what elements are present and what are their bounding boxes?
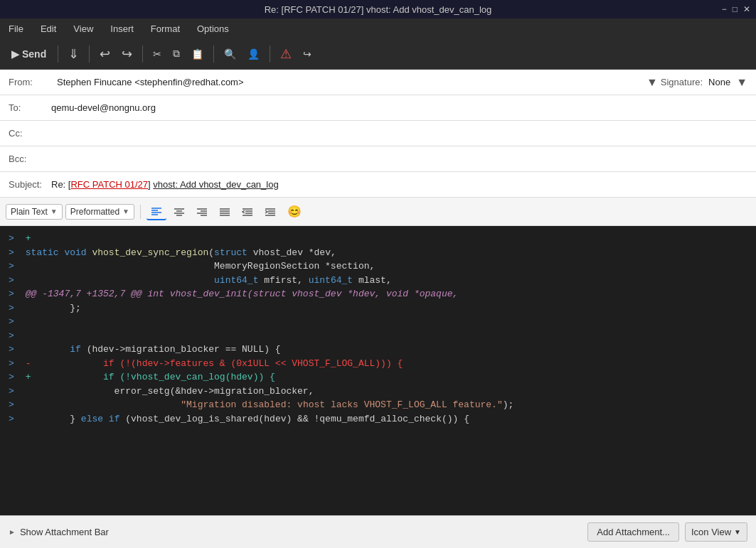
toolbar-separator-5 — [270, 45, 270, 63]
code-line-5: > @@ -1347,7 +1352,7 @@ int vhost_dev_in… — [9, 287, 747, 301]
send-label: Send — [22, 48, 46, 60]
text-format-arrow-icon: ▼ — [50, 208, 58, 215]
align-center-button[interactable] — [169, 204, 189, 220]
addressbook-button[interactable]: 👤 — [243, 45, 264, 63]
menu-insert[interactable]: Insert — [107, 22, 137, 36]
vhost-link[interactable]: vhost: Add vhost_dev_can_log — [153, 179, 278, 190]
align-right-icon — [196, 206, 208, 217]
code-line-11: > + if (!vhost_dev_can_log(hdev)) { — [9, 370, 747, 385]
cc-field: Cc: — [0, 121, 756, 146]
format-toolbar: Plain Text ▼ Preformatted ▼ — [0, 198, 756, 226]
code-line-10: > - if (!(hdev->features & (0x1ULL << VH… — [9, 357, 747, 371]
cc-input[interactable] — [51, 128, 747, 139]
cut-button[interactable]: ✂ — [149, 45, 166, 63]
menu-view[interactable]: View — [70, 22, 96, 36]
bottom-right-actions: Add Attachment... Icon View ▼ — [587, 522, 747, 542]
code-line-6: > }; — [9, 301, 747, 316]
undo-button[interactable]: ↩ — [95, 43, 115, 65]
show-attachment-arrow-icon: ► — [9, 528, 16, 536]
format-separator-1 — [140, 205, 141, 219]
menu-bar: File Edit View Insert Format Options — [0, 18, 756, 38]
title-bar: Re: [RFC PATCH 01/27] vhost: Add vhost_d… — [0, 0, 756, 18]
icon-view-button[interactable]: Icon View ▼ — [685, 522, 747, 542]
cc-label: Cc: — [9, 128, 51, 139]
bcc-label: Bcc: — [9, 154, 51, 164]
indent-icon — [265, 206, 276, 217]
signature-label: Signature: — [661, 77, 703, 87]
from-field: From: Stephen Finucane <stephenfin@redha… — [0, 70, 756, 95]
justify-icon — [219, 206, 230, 217]
signature-dropdown-icon[interactable]: ▼ — [736, 76, 747, 89]
code-line-4: > uint64_t mfirst, uint64_t mlast, — [9, 274, 747, 288]
search-button[interactable]: 🔍 — [220, 45, 240, 63]
menu-file[interactable]: File — [6, 22, 26, 36]
send-icon: ▶ — [11, 48, 19, 60]
window-title: Re: [RFC PATCH 01/27] vhost: Add vhost_d… — [265, 4, 492, 15]
paragraph-format-label: Preformatted — [70, 207, 119, 217]
show-attachment-label: Show Attachment Bar — [20, 527, 109, 537]
toolbar-separator-1 — [58, 45, 58, 63]
paste-button[interactable]: 📋 — [187, 45, 208, 63]
add-attachment-button[interactable]: Add Attachment... — [587, 522, 679, 542]
subject-field: Subject: Re: [RFC PATCH 01/27] vhost: Ad… — [0, 172, 756, 198]
copy-button[interactable]: ⧉ — [169, 45, 184, 63]
code-line-8: > — [9, 329, 747, 343]
signature-value: None — [708, 77, 730, 87]
code-line-7: > — [9, 315, 747, 329]
rfc-link[interactable]: RFC PATCH 01/27 — [70, 179, 148, 190]
menu-edit[interactable]: Edit — [38, 22, 59, 36]
code-line-9: > if (hdev->migration_blocker == NULL) { — [9, 343, 747, 357]
show-attachment-bar-button[interactable]: ► Show Attachment Bar — [9, 527, 109, 537]
icon-view-label: Icon View — [691, 527, 731, 537]
menu-options[interactable]: Options — [194, 22, 232, 36]
paragraph-format-arrow-icon: ▼ — [122, 208, 129, 215]
to-value[interactable]: qemu-devel@nongnu.org — [51, 100, 747, 116]
toolbar-separator-2 — [89, 45, 90, 63]
code-line-3: > MemoryRegionSection *section, — [9, 259, 747, 274]
text-format-dropdown[interactable]: Plain Text ▼ — [6, 204, 63, 220]
align-right-button[interactable] — [192, 204, 212, 220]
security-button[interactable]: ⚠ — [276, 43, 296, 65]
from-label: From: — [9, 77, 51, 87]
from-dropdown-icon[interactable]: ▼ — [644, 76, 661, 89]
from-value: Stephen Finucane <stephenfin@redhat.com> — [57, 74, 638, 90]
maximize-button[interactable]: □ — [733, 5, 738, 14]
window-controls: − □ ✕ — [722, 5, 750, 14]
code-line-2: > static void vhost_dev_sync_region(stru… — [9, 246, 747, 260]
emoji-icon: 😊 — [287, 205, 302, 218]
menu-format[interactable]: Format — [148, 22, 183, 36]
toolbar-separator-3 — [142, 45, 143, 63]
redo-button[interactable]: ↪ — [117, 43, 137, 65]
code-line-13: > "Migration disabled: vhost lacks VHOST… — [9, 398, 747, 412]
send-button[interactable]: ▶ Send — [6, 45, 52, 63]
toolbar: ▶ Send ⇓ ↩ ↪ ✂ ⧉ 📋 🔍 👤 ⚠ ↪ — [0, 38, 756, 70]
code-line-1: > + — [9, 232, 747, 246]
align-center-icon — [174, 206, 185, 217]
download-button[interactable]: ⇓ — [64, 43, 83, 65]
minimize-button[interactable]: − — [722, 5, 727, 14]
align-left-button[interactable] — [147, 203, 166, 220]
paragraph-format-dropdown[interactable]: Preformatted ▼ — [65, 204, 134, 220]
outdent-button[interactable] — [238, 204, 257, 220]
bcc-input[interactable] — [51, 154, 747, 164]
subject-value: Re: [RFC PATCH 01/27] vhost: Add vhost_d… — [51, 176, 747, 193]
close-button[interactable]: ✕ — [743, 5, 750, 14]
emoji-button[interactable]: 😊 — [283, 203, 306, 220]
justify-button[interactable] — [215, 204, 235, 220]
code-line-12: > error_setg(&hdev->migration_blocker, — [9, 385, 747, 399]
signature-row: Signature: None ▼ — [661, 76, 747, 89]
text-format-label: Plain Text — [11, 207, 48, 217]
compose-area: From: Stephen Finucane <stephenfin@redha… — [0, 70, 756, 548]
toolbar-separator-4 — [213, 45, 214, 63]
subject-label: Subject: — [9, 179, 51, 190]
to-field: To: qemu-devel@nongnu.org — [0, 95, 756, 121]
indent-button[interactable] — [260, 204, 280, 220]
forward-button[interactable]: ↪ — [299, 45, 316, 63]
outdent-icon — [242, 206, 253, 217]
icon-view-arrow-icon: ▼ — [734, 528, 741, 536]
text-area[interactable]: > + > static void vhost_dev_sync_region(… — [0, 226, 756, 515]
to-label: To: — [9, 102, 51, 113]
bottom-bar: ► Show Attachment Bar Add Attachment... … — [0, 515, 756, 548]
align-left-icon — [151, 205, 162, 217]
code-line-14: > } else if (vhost_dev_log_is_shared(hde… — [9, 412, 747, 426]
